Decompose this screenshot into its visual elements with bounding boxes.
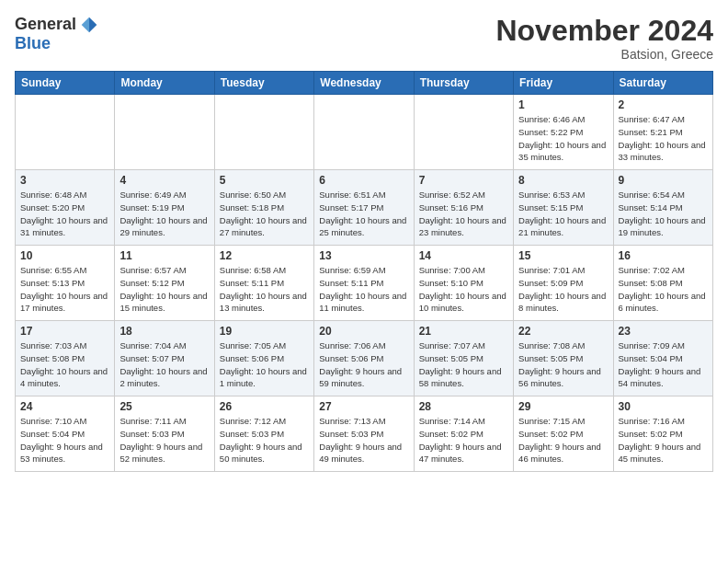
day-info: Sunrise: 7:07 AM Sunset: 5:05 PM Dayligh…: [419, 339, 508, 390]
svg-marker-0: [89, 17, 97, 32]
calendar-cell: 13Sunrise: 6:59 AM Sunset: 5:11 PM Dayli…: [314, 246, 414, 321]
day-number: 23: [619, 325, 708, 338]
calendar-cell: 20Sunrise: 7:06 AM Sunset: 5:06 PM Dayli…: [314, 321, 414, 396]
day-info: Sunrise: 6:47 AM Sunset: 5:21 PM Dayligh…: [619, 113, 708, 164]
calendar-week-row: 10Sunrise: 6:55 AM Sunset: 5:13 PM Dayli…: [16, 246, 713, 321]
day-number: 8: [518, 174, 608, 187]
calendar-cell: 18Sunrise: 7:04 AM Sunset: 5:07 PM Dayli…: [115, 321, 214, 396]
calendar-cell: [314, 95, 414, 170]
day-number: 5: [220, 174, 309, 187]
day-info: Sunrise: 6:54 AM Sunset: 5:14 PM Dayligh…: [619, 189, 708, 239]
day-info: Sunrise: 7:12 AM Sunset: 5:03 PM Dayligh…: [220, 415, 309, 465]
day-info: Sunrise: 7:01 AM Sunset: 5:09 PM Dayligh…: [518, 264, 608, 315]
day-number: 17: [20, 325, 109, 338]
day-number: 25: [119, 400, 209, 413]
calendar-week-row: 17Sunrise: 7:03 AM Sunset: 5:08 PM Dayli…: [16, 321, 713, 396]
weekday-header: Tuesday: [214, 72, 313, 95]
calendar-cell: [115, 95, 214, 170]
calendar-cell: 17Sunrise: 7:03 AM Sunset: 5:08 PM Dayli…: [16, 321, 115, 396]
svg-marker-1: [82, 17, 89, 32]
weekday-header: Thursday: [414, 72, 513, 95]
day-number: 24: [20, 400, 109, 413]
day-number: 19: [220, 325, 309, 338]
day-info: Sunrise: 7:10 AM Sunset: 5:04 PM Dayligh…: [20, 415, 109, 465]
calendar-cell: 8Sunrise: 6:53 AM Sunset: 5:15 PM Daylig…: [514, 170, 613, 246]
header: General Blue November 2024 Batsion, Gree…: [15, 15, 713, 62]
day-number: 27: [319, 400, 408, 413]
calendar-cell: 21Sunrise: 7:07 AM Sunset: 5:05 PM Dayli…: [414, 321, 513, 396]
day-number: 9: [619, 174, 708, 187]
calendar-cell: 16Sunrise: 7:02 AM Sunset: 5:08 PM Dayli…: [613, 246, 712, 321]
day-info: Sunrise: 6:48 AM Sunset: 5:20 PM Dayligh…: [20, 189, 109, 239]
day-number: 1: [518, 98, 608, 111]
day-info: Sunrise: 7:04 AM Sunset: 5:07 PM Dayligh…: [119, 339, 209, 390]
calendar-cell: 7Sunrise: 6:52 AM Sunset: 5:16 PM Daylig…: [414, 170, 513, 246]
calendar: SundayMondayTuesdayWednesdayThursdayFrid…: [15, 71, 713, 472]
calendar-cell: [214, 95, 313, 170]
day-number: 22: [518, 325, 608, 338]
calendar-cell: 6Sunrise: 6:51 AM Sunset: 5:17 PM Daylig…: [314, 170, 414, 246]
day-info: Sunrise: 7:03 AM Sunset: 5:08 PM Dayligh…: [20, 339, 109, 390]
day-number: 15: [518, 249, 608, 262]
calendar-cell: 27Sunrise: 7:13 AM Sunset: 5:03 PM Dayli…: [314, 396, 414, 472]
day-info: Sunrise: 7:08 AM Sunset: 5:05 PM Dayligh…: [518, 339, 608, 390]
day-info: Sunrise: 6:57 AM Sunset: 5:12 PM Dayligh…: [119, 264, 209, 315]
day-info: Sunrise: 6:49 AM Sunset: 5:19 PM Dayligh…: [119, 189, 209, 239]
calendar-week-row: 24Sunrise: 7:10 AM Sunset: 5:04 PM Dayli…: [16, 396, 713, 472]
calendar-cell: 28Sunrise: 7:14 AM Sunset: 5:02 PM Dayli…: [414, 396, 513, 472]
day-info: Sunrise: 7:02 AM Sunset: 5:08 PM Dayligh…: [619, 264, 708, 315]
day-number: 10: [20, 249, 109, 262]
calendar-cell: 19Sunrise: 7:05 AM Sunset: 5:06 PM Dayli…: [214, 321, 313, 396]
weekday-header: Saturday: [613, 72, 712, 95]
calendar-header-row: SundayMondayTuesdayWednesdayThursdayFrid…: [16, 72, 713, 95]
day-info: Sunrise: 6:51 AM Sunset: 5:17 PM Dayligh…: [319, 189, 408, 239]
calendar-cell: 2Sunrise: 6:47 AM Sunset: 5:21 PM Daylig…: [613, 95, 712, 170]
logo-general-text: General: [15, 15, 76, 34]
day-info: Sunrise: 7:14 AM Sunset: 5:02 PM Dayligh…: [419, 415, 508, 465]
title-area: November 2024 Batsion, Greece: [495, 15, 713, 62]
day-info: Sunrise: 7:16 AM Sunset: 5:02 PM Dayligh…: [619, 415, 708, 465]
day-number: 14: [419, 249, 508, 262]
day-number: 2: [619, 98, 708, 111]
day-info: Sunrise: 7:15 AM Sunset: 5:02 PM Dayligh…: [518, 415, 608, 465]
calendar-cell: [414, 95, 513, 170]
calendar-cell: 1Sunrise: 6:46 AM Sunset: 5:22 PM Daylig…: [514, 95, 613, 170]
day-number: 18: [119, 325, 209, 338]
page: General Blue November 2024 Batsion, Gree…: [0, 0, 728, 563]
weekday-header: Monday: [115, 72, 214, 95]
location: Batsion, Greece: [495, 47, 713, 62]
day-info: Sunrise: 7:00 AM Sunset: 5:10 PM Dayligh…: [419, 264, 508, 315]
weekday-header: Sunday: [16, 72, 115, 95]
day-number: 3: [20, 174, 109, 187]
calendar-cell: 15Sunrise: 7:01 AM Sunset: 5:09 PM Dayli…: [514, 246, 613, 321]
day-number: 11: [119, 249, 209, 262]
calendar-cell: 10Sunrise: 6:55 AM Sunset: 5:13 PM Dayli…: [16, 246, 115, 321]
calendar-cell: 3Sunrise: 6:48 AM Sunset: 5:20 PM Daylig…: [16, 170, 115, 246]
day-info: Sunrise: 7:13 AM Sunset: 5:03 PM Dayligh…: [319, 415, 408, 465]
calendar-cell: [16, 95, 115, 170]
weekday-header: Friday: [514, 72, 613, 95]
day-info: Sunrise: 6:52 AM Sunset: 5:16 PM Dayligh…: [419, 189, 508, 239]
day-info: Sunrise: 7:06 AM Sunset: 5:06 PM Dayligh…: [319, 339, 408, 390]
calendar-cell: 26Sunrise: 7:12 AM Sunset: 5:03 PM Dayli…: [214, 396, 313, 472]
day-info: Sunrise: 6:46 AM Sunset: 5:22 PM Dayligh…: [518, 113, 608, 164]
day-number: 26: [220, 400, 309, 413]
day-info: Sunrise: 7:09 AM Sunset: 5:04 PM Dayligh…: [619, 339, 708, 390]
day-info: Sunrise: 7:05 AM Sunset: 5:06 PM Dayligh…: [220, 339, 309, 390]
day-info: Sunrise: 6:55 AM Sunset: 5:13 PM Dayligh…: [20, 264, 109, 315]
month-title: November 2024: [495, 15, 713, 47]
calendar-cell: 29Sunrise: 7:15 AM Sunset: 5:02 PM Dayli…: [514, 396, 613, 472]
day-number: 7: [419, 174, 508, 187]
calendar-cell: 9Sunrise: 6:54 AM Sunset: 5:14 PM Daylig…: [613, 170, 712, 246]
day-number: 4: [119, 174, 209, 187]
day-number: 16: [619, 249, 708, 262]
calendar-cell: 30Sunrise: 7:16 AM Sunset: 5:02 PM Dayli…: [613, 396, 712, 472]
day-info: Sunrise: 6:53 AM Sunset: 5:15 PM Dayligh…: [518, 189, 608, 239]
day-info: Sunrise: 6:50 AM Sunset: 5:18 PM Dayligh…: [220, 189, 309, 239]
day-info: Sunrise: 7:11 AM Sunset: 5:03 PM Dayligh…: [119, 415, 209, 465]
calendar-cell: 25Sunrise: 7:11 AM Sunset: 5:03 PM Dayli…: [115, 396, 214, 472]
calendar-cell: 23Sunrise: 7:09 AM Sunset: 5:04 PM Dayli…: [613, 321, 712, 396]
logo-icon: [80, 16, 98, 34]
calendar-cell: 12Sunrise: 6:58 AM Sunset: 5:11 PM Dayli…: [214, 246, 313, 321]
day-number: 12: [220, 249, 309, 262]
